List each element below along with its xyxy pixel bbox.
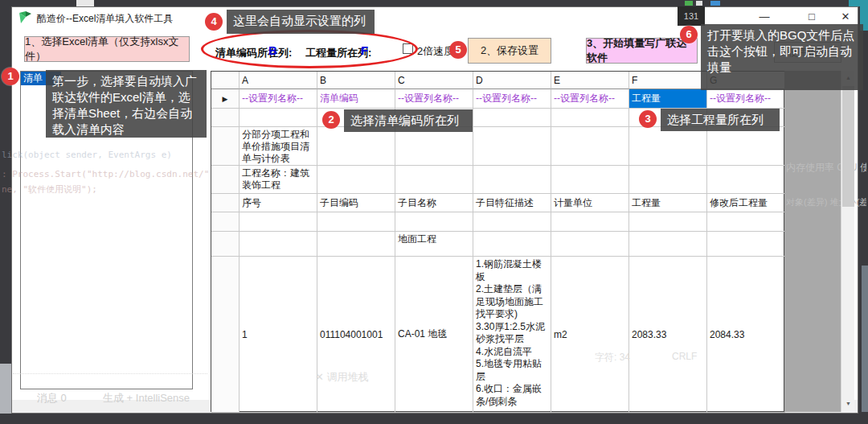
cell-r1-g[interactable]: --设置列名称--	[707, 89, 785, 109]
save-settings-button[interactable]: 2、保存设置	[468, 38, 551, 64]
row-header[interactable]	[211, 166, 240, 194]
bleed-vs-heap: 对象(差异) 堆大小(差异	[786, 196, 866, 208]
grid-corner-cell[interactable]	[211, 72, 240, 89]
cell-r8-f[interactable]: 2083.33	[629, 257, 707, 413]
row-header[interactable]	[211, 109, 240, 127]
cell-empty[interactable]	[317, 127, 395, 166]
cell-empty[interactable]	[473, 166, 551, 194]
cell-empty[interactable]	[707, 232, 785, 257]
scrollbar-thumb[interactable]	[842, 86, 854, 207]
cell-empty[interactable]	[629, 212, 707, 232]
cell-empty[interactable]	[395, 127, 473, 166]
column-header-f[interactable]: F	[629, 72, 707, 89]
cell-r8-b[interactable]: 011104001001	[317, 257, 395, 413]
cell-r8-d[interactable]: 1.钢筋混凝土楼板 2.土建垫层（满足现场地面施工找平要求) 3.30厚1:2.…	[473, 257, 551, 413]
background-overlay-number: 131	[678, 6, 705, 26]
app-logo-icon	[18, 10, 32, 24]
cell-empty[interactable]	[551, 166, 629, 194]
callout-step3: 选择工程量所在列	[661, 109, 780, 131]
column-header-c[interactable]: C	[395, 72, 473, 89]
cell-r1-b[interactable]: 清单编码	[317, 89, 395, 109]
cell-empty[interactable]	[240, 212, 317, 232]
cell-empty[interactable]	[473, 212, 551, 232]
select-excel-button[interactable]: 1、选择Excel清单（仅支持xlsx文件）	[24, 36, 190, 62]
cell-r8-c[interactable]: CA-01 地毯	[395, 257, 473, 413]
cell-r5-b[interactable]: 子目编码	[317, 194, 395, 212]
grid-vertical-scrollbar[interactable]: ▲ ▼	[841, 71, 854, 412]
cell-r1-c[interactable]: --设置列名称--	[395, 89, 473, 109]
cell-empty[interactable]	[473, 109, 551, 127]
cell-empty[interactable]	[551, 127, 629, 166]
cell-r5-c[interactable]: 子目名称	[395, 194, 473, 212]
row-header-current[interactable]: ▶	[211, 89, 240, 109]
cell-r7-c[interactable]: 地面工程	[395, 232, 473, 257]
row-header[interactable]	[211, 257, 240, 413]
cell-empty[interactable]	[707, 127, 785, 166]
cell-empty[interactable]	[240, 232, 317, 257]
row-header[interactable]	[211, 232, 240, 257]
background-fragment	[849, 0, 868, 6]
column-header-d[interactable]: D	[473, 72, 551, 89]
cell-empty[interactable]	[317, 212, 395, 232]
cell-empty[interactable]	[707, 212, 785, 232]
bleed-vs-memory: 内存使用率 CPU 使	[786, 161, 866, 175]
scroll-down-icon[interactable]: ▼	[841, 397, 855, 410]
background-fragment	[696, 1, 702, 6]
background-fragment	[685, 1, 693, 6]
callout-step2: 选择清单编码所在列	[344, 109, 473, 132]
cell-r1-a[interactable]: --设置列名称--	[240, 89, 317, 109]
cell-r8-e[interactable]: m2	[551, 257, 629, 413]
background-fragment	[76, 0, 94, 6]
start-fill-button[interactable]: 3、开始填量写广联达软件	[586, 38, 698, 64]
cell-empty[interactable]	[629, 166, 707, 194]
callout-step1: 第一步，选择要自动填入广联达软件的Excel清单，选择清单Sheet，右边会自动…	[46, 70, 207, 138]
cell-r4-a[interactable]: 工程名称：建筑装饰工程	[240, 166, 317, 194]
maximize-button[interactable]: □	[800, 8, 824, 26]
cell-r5-e[interactable]: 计量单位	[551, 194, 629, 212]
cell-r3-a[interactable]: 分部分项工程和单价措施项目清单与计价表	[240, 127, 317, 166]
cell-empty[interactable]	[395, 212, 473, 232]
cell-r1-f-selected[interactable]: 工程量	[629, 89, 707, 109]
cell-r5-f[interactable]: 工程量	[629, 194, 707, 212]
close-button[interactable]: ✕	[833, 8, 858, 26]
column-header-e[interactable]: E	[551, 72, 629, 89]
cell-empty[interactable]	[629, 232, 707, 257]
cell-empty[interactable]	[629, 127, 707, 166]
column-header-b[interactable]: B	[317, 72, 395, 89]
cell-empty[interactable]	[473, 127, 551, 166]
cell-r5-d[interactable]: 子目特征描述	[473, 194, 551, 212]
cell-r8-g[interactable]: 2084.33	[707, 257, 785, 413]
cell-empty[interactable]	[317, 232, 395, 257]
cell-empty[interactable]	[707, 166, 785, 194]
cell-r1-e[interactable]: --设置列名称--	[551, 89, 629, 109]
row-header[interactable]	[211, 212, 240, 232]
row-header[interactable]	[211, 194, 240, 212]
screenshot-stage: 酷造价--Excel清单填入软件工具 — □ ✕ 131 1、选择Excel清单…	[0, 0, 868, 424]
cell-empty[interactable]	[317, 166, 395, 194]
cell-empty[interactable]	[395, 166, 473, 194]
cell-r8-a[interactable]: 1	[240, 257, 317, 413]
callout-columns-display-number: 4	[205, 13, 223, 31]
column-header-a[interactable]: A	[240, 72, 317, 89]
background-fragment	[710, 1, 720, 6]
code-column-label: 清单编码所在列:	[215, 46, 292, 60]
cell-r1-d[interactable]: --设置列名称--	[473, 89, 551, 109]
grid-background-filler	[784, 71, 841, 412]
cell-empty[interactable]	[551, 109, 629, 127]
minimize-button[interactable]: —	[752, 8, 776, 26]
cell-empty[interactable]	[551, 232, 629, 257]
cell-empty[interactable]	[240, 109, 317, 127]
background-fragment	[862, 266, 868, 412]
cell-r5-a[interactable]: 序号	[240, 194, 317, 212]
qty-column-value[interactable]: F	[361, 43, 368, 57]
cell-empty[interactable]	[473, 232, 551, 257]
double-speed-checkbox[interactable]	[403, 43, 413, 54]
cell-r5-g[interactable]: 修改后工程量	[707, 194, 785, 212]
callout-step2-number: 2	[322, 111, 340, 129]
code-column-value[interactable]: B	[268, 43, 277, 57]
window-title: 酷造价--Excel清单填入软件工具	[37, 12, 173, 26]
cell-empty[interactable]	[551, 212, 629, 232]
callout-start-fill: 打开要填入的BGQ文件后点击这个按钮，即可启动自动填量	[701, 24, 863, 90]
row-header[interactable]	[211, 127, 240, 166]
callout-save-number: 5	[449, 41, 467, 59]
